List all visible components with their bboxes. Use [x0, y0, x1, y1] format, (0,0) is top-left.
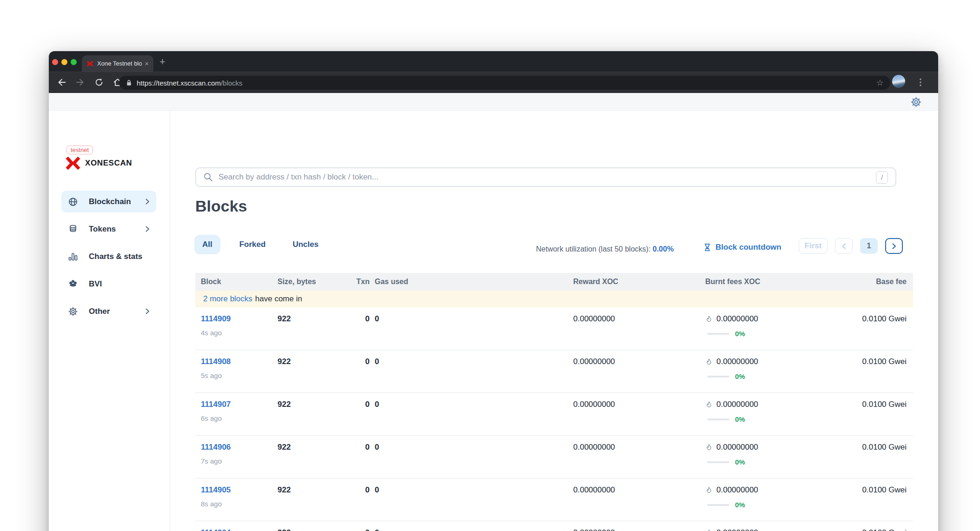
flame-icon [705, 358, 713, 366]
traffic-minimize-button[interactable] [61, 59, 67, 65]
flame-icon [705, 529, 713, 531]
block-number-link[interactable]: 1114907 [201, 400, 231, 409]
table-row: 1114906 7s ago 922 0 0 0.00000000 0.0000… [195, 436, 913, 478]
tab-forked[interactable]: Forked [232, 235, 274, 254]
block-reward: 0.00000000 [573, 436, 705, 478]
block-txn-count: 0 [346, 521, 370, 531]
flame-icon [705, 486, 713, 494]
table-row: 1114909 4s ago 922 0 0 0.00000000 0.0000… [195, 307, 913, 350]
sidebar: testnet XONESCAN Blockchain [49, 111, 170, 531]
block-number-link[interactable]: 1114905 [201, 485, 231, 494]
block-number-link[interactable]: 1114904 [201, 528, 231, 531]
burnt-progress-bar [707, 461, 729, 463]
tab-title: Xone Testnet blo [97, 60, 142, 67]
burnt-percent: 0% [735, 330, 745, 338]
testnet-badge: testnet [66, 146, 93, 154]
block-gas-used: 0 [370, 521, 573, 531]
new-blocks-link[interactable]: 2 more blocks [203, 294, 252, 304]
block-gas-used: 0 [370, 436, 573, 478]
browser-menu-icon[interactable] [915, 77, 926, 87]
col-reward: Reward XOC [573, 278, 705, 286]
sidebar-item-label: Charts & stats [89, 252, 150, 261]
flame-icon [705, 315, 713, 323]
col-base-fee: Base fee [845, 278, 913, 286]
block-size: 922 [272, 393, 346, 435]
burnt-fees-value: 0.00000000 [716, 314, 758, 324]
back-icon[interactable] [57, 77, 67, 87]
sidebar-item-other[interactable]: Other [61, 300, 156, 322]
chevron-left-icon [842, 243, 846, 249]
filter-tabs: All Forked Uncles [194, 235, 326, 254]
pagination-current-page[interactable]: 1 [860, 238, 878, 254]
block-base-fee: 0.0100 Gwei [845, 521, 913, 531]
block-reward: 0.00000000 [573, 393, 705, 435]
block-number-link[interactable]: 1114908 [201, 357, 231, 366]
block-txn-count: 0 [346, 478, 370, 521]
hourglass-icon [703, 243, 711, 252]
forward-icon[interactable] [75, 77, 85, 87]
pagination: First 1 [799, 238, 903, 254]
sidebar-item-blockchain[interactable]: Blockchain [61, 191, 156, 212]
flame-icon [705, 401, 713, 409]
burnt-progress-bar [707, 418, 729, 420]
tab-close-icon[interactable]: × [145, 60, 149, 67]
gear-icon [68, 306, 78, 317]
pagination-next-button[interactable] [885, 238, 903, 254]
pagination-prev-button[interactable] [835, 238, 853, 254]
block-base-fee: 0.0100 Gwei [845, 393, 913, 435]
search-input[interactable] [219, 173, 876, 182]
address-bar[interactable]: https://testnet.xscscan.com/blocks ☆ [119, 76, 890, 90]
burnt-fees-value: 0.00000000 [716, 357, 758, 366]
table-row: 1114904 9s ago 922 0 0 0.00000000 0.0000… [195, 521, 913, 531]
brand-logo[interactable]: XONESCAN [65, 156, 132, 170]
sidebar-item-tokens[interactable]: Tokens [61, 218, 156, 240]
traffic-zoom-button[interactable] [71, 59, 77, 65]
block-base-fee: 0.0100 Gwei [845, 307, 913, 350]
browser-profile-avatar[interactable] [892, 75, 905, 88]
block-number-link[interactable]: 1114909 [201, 314, 231, 323]
lock-icon [126, 79, 132, 86]
block-age: 6s ago [201, 414, 272, 422]
sidebar-item-label: Other [89, 307, 146, 316]
browser-tab[interactable]: Xone Testnet blo × [82, 55, 153, 72]
chevron-right-icon [146, 199, 150, 205]
tab-all[interactable]: All [194, 235, 220, 254]
network-utilization-label: Network utilization (last 50 blocks): [536, 245, 650, 253]
bar-chart-icon [68, 252, 78, 262]
col-size: Size, bytes [272, 278, 346, 286]
globe-icon [68, 197, 78, 207]
new-tab-button[interactable]: + [159, 56, 166, 68]
block-reward: 0.00000000 [573, 521, 705, 531]
xonescan-favicon [86, 60, 93, 67]
sidebar-item-label: BVI [89, 279, 150, 289]
new-blocks-banner: 2 more blocks have come in [195, 291, 913, 307]
table-header: Block Size, bytes Txn Gas used Reward XO… [195, 273, 913, 291]
block-reward: 0.00000000 [573, 307, 705, 350]
sidebar-item-bvi[interactable]: BVI [61, 273, 156, 295]
tab-uncles[interactable]: Uncles [285, 235, 326, 254]
sidebar-item-charts-stats[interactable]: Charts & stats [61, 246, 156, 267]
block-reward: 0.00000000 [573, 478, 705, 521]
flame-icon [705, 444, 713, 451]
bookmark-star-icon[interactable]: ☆ [876, 78, 884, 88]
pagination-first-button[interactable]: First [799, 238, 828, 254]
block-gas-used: 0 [370, 393, 573, 435]
refresh-icon[interactable] [94, 77, 104, 87]
search-shortcut-hint: / [876, 171, 888, 184]
block-countdown-link[interactable]: Block countdown [703, 243, 781, 252]
block-txn-count: 0 [346, 307, 370, 350]
block-size: 922 [272, 521, 346, 531]
block-gas-used: 0 [370, 478, 573, 521]
burnt-percent: 0% [735, 501, 745, 509]
col-burnt-fees: Burnt fees XOC [705, 278, 845, 286]
block-txn-count: 0 [346, 436, 370, 478]
traffic-close-button[interactable] [52, 59, 58, 65]
settings-gear-icon[interactable] [910, 96, 922, 108]
search-icon [204, 173, 213, 182]
search-bar[interactable]: / [195, 167, 896, 187]
burnt-fees-value: 0.00000000 [716, 443, 758, 452]
block-number-link[interactable]: 1114906 [201, 443, 231, 451]
sidebar-item-label: Tokens [89, 225, 146, 234]
table-row: 1114907 6s ago 922 0 0 0.00000000 0.0000… [195, 393, 913, 436]
browser-window: Xone Testnet blo × + https://testnet.xsc… [49, 51, 938, 531]
